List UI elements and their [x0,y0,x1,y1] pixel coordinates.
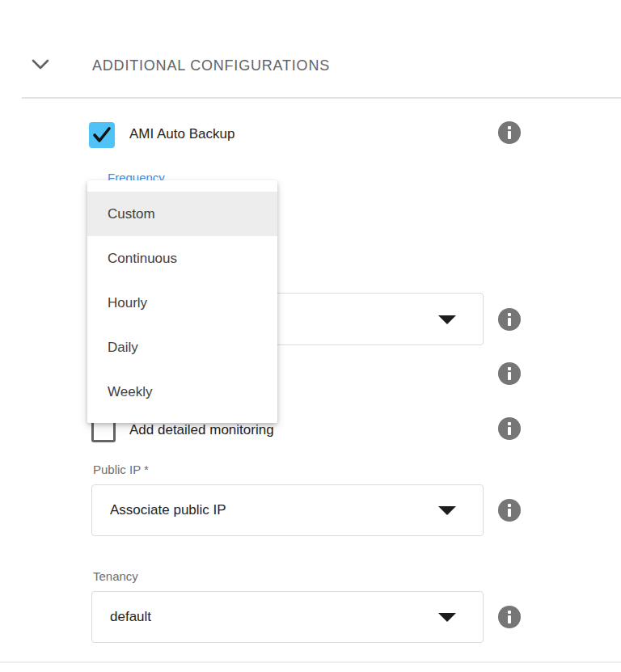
info-icon[interactable] [498,499,521,522]
info-icon[interactable] [498,606,521,628]
info-icon[interactable] [498,121,521,144]
public-ip-label: Public IP * [93,463,149,476]
menu-item-continuous[interactable]: Continuous [87,236,277,281]
menu-item-weekly[interactable]: Weekly [87,370,277,414]
checkmark-icon [89,122,115,148]
chevron-down-icon[interactable] [31,57,50,73]
tenancy-select[interactable]: default [91,591,484,643]
section-divider [22,97,621,99]
info-icon[interactable] [498,362,521,385]
tenancy-label: Tenancy [93,569,138,583]
public-ip-select[interactable]: Associate public IP [91,484,484,536]
menu-item-custom[interactable]: Custom [87,192,277,236]
info-icon[interactable] [498,308,521,331]
frequency-dropdown-menu: Custom Continuous Hourly Daily Weekly [87,180,277,423]
detailed-monitoring-label[interactable]: Add detailed monitoring [129,422,274,438]
menu-item-daily[interactable]: Daily [87,325,277,370]
menu-item-hourly[interactable]: Hourly [87,281,277,325]
public-ip-value: Associate public IP [110,502,226,518]
caret-down-icon [438,315,456,324]
caret-down-icon [438,613,456,622]
tenancy-value: default [110,609,151,625]
ami-auto-backup-checkbox[interactable] [89,122,115,148]
caret-down-icon [438,506,456,515]
info-icon[interactable] [498,417,521,440]
ami-auto-backup-label[interactable]: AMI Auto Backup [129,126,234,142]
section-title: ADDITIONAL CONFIGURATIONS [92,57,330,74]
bottom-divider [0,661,621,663]
